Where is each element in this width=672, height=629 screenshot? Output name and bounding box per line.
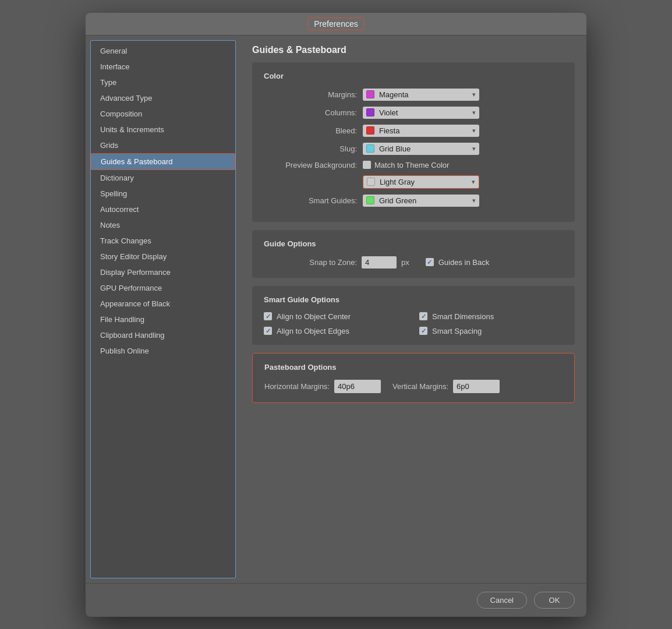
smart-guides-swatch: [366, 196, 374, 204]
smart-dimensions-checkbox[interactable]: [419, 312, 427, 320]
snap-to-zone-input[interactable]: [362, 256, 397, 268]
align-edges-checkbox[interactable]: [264, 327, 272, 335]
slug-label: Slug:: [264, 144, 357, 153]
pasteboard-options-panel: Pasteboard Options Horizontal Margins: V…: [252, 353, 575, 403]
slug-select-wrapper: Grid Blue ▾: [363, 143, 479, 155]
columns-select-wrapper: Violet ▾: [363, 107, 479, 119]
align-edges-label: Align to Object Edges: [277, 327, 349, 335]
smart-spacing-checkbox[interactable]: [419, 327, 427, 335]
color-panel-label: Color: [264, 72, 563, 80]
smart-guides-select-wrapper: Grid Green ▾: [363, 195, 479, 207]
preview-bg-checkbox[interactable]: [363, 161, 371, 169]
sidebar-item-notes[interactable]: Notes: [91, 217, 235, 233]
margins-value: Magenta: [379, 90, 468, 99]
slug-row: Slug: Grid Blue ▾: [264, 143, 563, 155]
light-gray-row: Light Gray ▾: [264, 175, 563, 189]
smart-dimensions-label: Smart Dimensions: [432, 312, 494, 321]
smart-spacing-label: Smart Spacing: [432, 327, 482, 335]
sidebar-item-track-changes[interactable]: Track Changes: [91, 233, 235, 249]
align-center-checkbox[interactable]: [264, 312, 272, 320]
sidebar-item-autocorrect[interactable]: Autocorrect: [91, 202, 235, 217]
sidebar-item-appearance-of-black[interactable]: Appearance of Black: [91, 296, 235, 312]
horizontal-margins-label: Horizontal Margins:: [264, 382, 330, 391]
smart-guides-row: Smart Guides: Grid Green ▾: [264, 195, 563, 207]
bleed-select-wrapper: Fiesta ▾: [363, 125, 479, 137]
preview-bg-checkbox-group: Match to Theme Color: [363, 161, 449, 169]
smart-spacing-row: Smart Spacing: [419, 327, 563, 335]
sidebar-item-grids[interactable]: Grids: [91, 137, 235, 153]
smart-guide-options-label: Smart Guide Options: [264, 295, 563, 304]
section-title: Guides & Pasteboard: [252, 45, 575, 55]
sidebar-item-units-and-increments[interactable]: Units & Increments: [91, 122, 235, 137]
smart-guide-options-panel: Smart Guide Options Align to Object Cent…: [252, 286, 575, 345]
margins-row: Margins: Magenta ▾: [264, 89, 563, 101]
sidebar-item-spelling[interactable]: Spelling: [91, 186, 235, 202]
align-center-row: Align to Object Center: [264, 312, 408, 321]
smart-guides-arrow-icon: ▾: [472, 197, 476, 204]
sidebar-item-advanced-type[interactable]: Advanced Type: [91, 90, 235, 106]
columns-arrow-icon: ▾: [472, 109, 476, 116]
sidebar-item-story-editor-display[interactable]: Story Editor Display: [91, 249, 235, 264]
margins-arrow-icon: ▾: [472, 91, 476, 98]
dialog-body: GeneralInterfaceTypeAdvanced TypeComposi…: [86, 36, 586, 583]
vertical-margins-label: Vertical Margins:: [392, 382, 448, 391]
sidebar-item-composition[interactable]: Composition: [91, 106, 235, 122]
margins-select-wrapper: Magenta ▾: [363, 89, 479, 101]
snap-to-zone-row: Snap to Zone: px Guides in Back: [264, 256, 563, 268]
horizontal-margins-input[interactable]: [334, 380, 381, 393]
smart-guides-label: Smart Guides:: [264, 196, 357, 205]
sidebar-item-publish-online[interactable]: Publish Online: [91, 343, 235, 359]
columns-dropdown[interactable]: Violet ▾: [363, 107, 479, 119]
sidebar-item-gpu-performance[interactable]: GPU Performance: [91, 280, 235, 296]
smart-guides-dropdown[interactable]: Grid Green ▾: [363, 195, 479, 207]
guide-options-label: Guide Options: [264, 239, 563, 248]
light-gray-value: Light Gray: [380, 178, 467, 186]
slug-arrow-icon: ▾: [472, 145, 476, 153]
slug-swatch: [366, 144, 374, 153]
margins-dropdown[interactable]: Magenta ▾: [363, 89, 479, 101]
pasteboard-fields: Horizontal Margins: Vertical Margins:: [264, 380, 563, 393]
bleed-label: Bleed:: [264, 126, 357, 135]
smart-guides-value: Grid Green: [379, 196, 468, 205]
horizontal-margins-field: Horizontal Margins:: [264, 380, 381, 393]
sidebar-item-guides-and-pasteboard[interactable]: Guides & Pasteboard: [91, 153, 235, 170]
bleed-arrow-icon: ▾: [472, 127, 476, 135]
sidebar-item-file-handling[interactable]: File Handling: [91, 312, 235, 327]
sidebar-item-clipboard-handling[interactable]: Clipboard Handling: [91, 327, 235, 343]
vertical-margins-input[interactable]: [453, 380, 500, 393]
bleed-dropdown[interactable]: Fiesta ▾: [363, 125, 479, 137]
slug-dropdown[interactable]: Grid Blue ▾: [363, 143, 479, 155]
smart-guide-grid: Align to Object Center Smart Dimensions …: [264, 312, 563, 335]
preview-bg-checkbox-label: Match to Theme Color: [374, 161, 449, 169]
guide-options-panel: Guide Options Snap to Zone: px Guides in…: [252, 230, 575, 278]
margins-label: Margins:: [264, 90, 357, 99]
guides-in-back-checkbox[interactable]: [426, 258, 434, 266]
columns-swatch: [366, 108, 374, 116]
light-gray-select-wrapper: Light Gray ▾: [363, 175, 479, 189]
sidebar-item-type[interactable]: Type: [91, 75, 235, 90]
sidebar-item-dictionary[interactable]: Dictionary: [91, 170, 235, 186]
align-center-label: Align to Object Center: [277, 312, 351, 321]
title-bar: Preferences: [86, 13, 586, 36]
ok-button[interactable]: OK: [534, 592, 575, 609]
columns-value: Violet: [379, 108, 468, 117]
light-gray-arrow-icon: ▾: [472, 178, 475, 186]
margins-swatch: [366, 90, 374, 98]
snap-to-zone-unit: px: [401, 258, 409, 267]
sidebar-item-interface[interactable]: Interface: [91, 59, 235, 75]
main-content: Guides & Pasteboard Color Margins: Magen…: [240, 36, 586, 583]
light-gray-dropdown[interactable]: Light Gray ▾: [363, 175, 479, 189]
cancel-button[interactable]: Cancel: [477, 592, 527, 609]
preview-bg-label: Preview Background:: [264, 161, 357, 169]
guides-in-back-label: Guides in Back: [438, 258, 489, 267]
slug-value: Grid Blue: [379, 144, 468, 153]
preferences-dialog: Preferences GeneralInterfaceTypeAdvanced…: [86, 13, 586, 617]
bleed-swatch: [366, 126, 374, 135]
sidebar-item-display-performance[interactable]: Display Performance: [91, 264, 235, 280]
columns-row: Columns: Violet ▾: [264, 107, 563, 119]
columns-label: Columns:: [264, 108, 357, 117]
align-edges-row: Align to Object Edges: [264, 327, 408, 335]
bleed-row: Bleed: Fiesta ▾: [264, 125, 563, 137]
sidebar-item-general[interactable]: General: [91, 43, 235, 59]
preview-bg-row: Preview Background: Match to Theme Color: [264, 161, 563, 169]
